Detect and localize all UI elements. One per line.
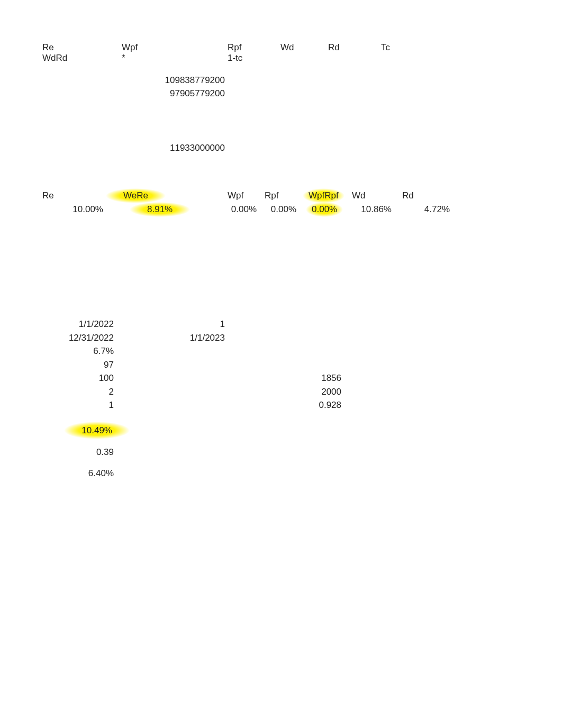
value: 1	[42, 398, 114, 412]
label: *	[122, 53, 138, 63]
label: Rpf	[265, 190, 296, 201]
value: 97905779200	[122, 87, 225, 101]
value: 0.39	[42, 445, 114, 459]
data-col-c: 1856 2000 0.928	[286, 371, 341, 412]
value: 12/31/2022	[42, 331, 114, 345]
header-col-4: Wd	[280, 42, 294, 53]
value: 1856	[286, 371, 341, 385]
value: 0.00%	[265, 204, 296, 215]
value: 1	[122, 317, 225, 331]
value: 97	[42, 358, 114, 372]
value: 0.00%	[228, 204, 257, 215]
percent-col-wpfrpf: WpfRpf 0.00%	[307, 190, 340, 215]
percent-col-wd: Wd 10.86%	[352, 190, 392, 215]
label: Wpf	[228, 190, 257, 201]
highlighted-value: 10.49%	[42, 424, 114, 438]
value: 100	[42, 371, 114, 385]
label: Rpf	[228, 42, 242, 53]
number-block: 11933000000	[122, 143, 225, 153]
header-col-2: Wpf *	[122, 42, 138, 63]
label: Wd	[280, 42, 294, 53]
percent-col-re: Re 10.00%	[42, 190, 103, 215]
data-col-b: 1 1/1/2023	[122, 317, 225, 344]
percent-col-rpf: Rpf 0.00%	[265, 190, 296, 215]
label: 1-tc	[228, 53, 242, 63]
percent-col-wpf: Wpf 0.00%	[228, 190, 257, 215]
header-col-6: Tc	[381, 42, 390, 53]
label: Wpf	[122, 42, 138, 53]
label: WdRd	[42, 53, 67, 63]
percent-col-rd: Rd 4.72%	[402, 190, 450, 215]
percent-col-were: WeRe 8.91%	[122, 190, 174, 215]
value: 10.00%	[42, 204, 103, 215]
label: WpfRpf	[307, 190, 340, 201]
label: Re	[42, 42, 67, 53]
value: 2000	[286, 385, 341, 399]
label: WeRe	[122, 190, 174, 201]
value: 1/1/2022	[42, 317, 114, 331]
label: Re	[42, 190, 103, 201]
value: 1/1/2023	[122, 331, 225, 345]
data-col-a: 1/1/2022 12/31/2022 6.7% 97 100 2 1 10.4…	[42, 317, 114, 480]
value: 6.7%	[42, 344, 114, 358]
value: 10.86%	[352, 204, 392, 215]
header-col-5: Rd	[328, 42, 340, 53]
value: 2	[42, 385, 114, 399]
number-block: 109838779200 97905779200	[122, 74, 225, 100]
header-col-3: Rpf 1-tc	[228, 42, 242, 63]
value: 6.40%	[42, 467, 114, 480]
label: Rd	[328, 42, 340, 53]
label: Wd	[352, 190, 392, 201]
value: 4.72%	[402, 204, 450, 215]
value: 109838779200	[122, 74, 225, 87]
header-col-1: Re WdRd	[42, 42, 67, 63]
label: Rd	[402, 190, 450, 201]
value: 0.928	[286, 398, 341, 412]
value: 8.91%	[146, 204, 174, 215]
value: 0.00%	[310, 204, 340, 215]
label: Tc	[381, 42, 390, 53]
value: 11933000000	[122, 143, 225, 153]
